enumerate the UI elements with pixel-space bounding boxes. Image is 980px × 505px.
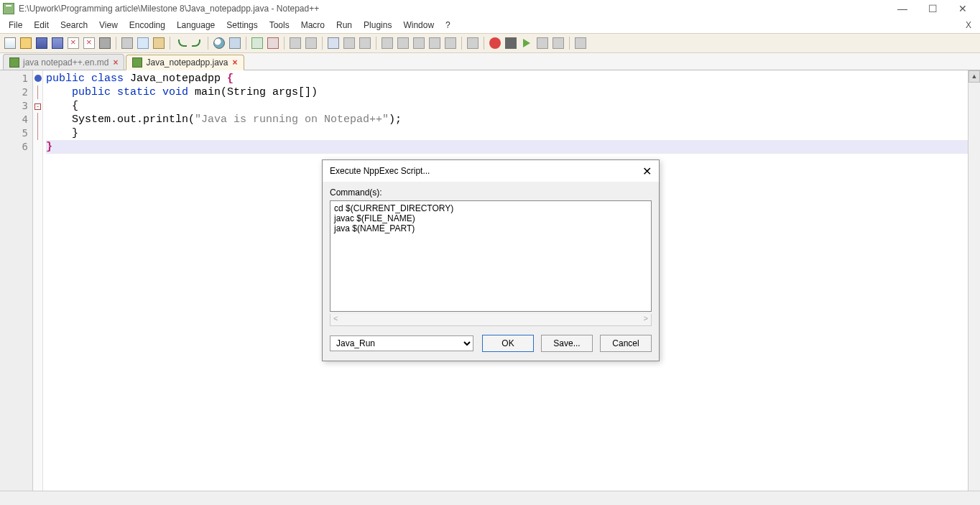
maximize-button[interactable]: ☐: [924, 3, 941, 14]
line-number: 6: [0, 140, 28, 154]
menu-search[interactable]: Search: [55, 18, 93, 32]
sync-v-button[interactable]: [288, 36, 302, 50]
menu-plugins[interactable]: Plugins: [358, 18, 397, 32]
replace-icon: [229, 37, 241, 49]
close-file-icon: [68, 37, 79, 49]
code-token: {: [46, 100, 78, 112]
ok-button[interactable]: OK: [482, 335, 534, 352]
code-token: Java_notepadpp: [124, 73, 227, 85]
toolbar-separator: [170, 37, 170, 50]
line-number: 2: [0, 85, 28, 99]
show-all-chars-button[interactable]: [342, 36, 356, 50]
menu-settings[interactable]: Settings: [221, 18, 263, 32]
copy-button[interactable]: [136, 36, 150, 50]
code-token: }: [46, 127, 78, 139]
tab-label: java notepad++.en.md: [23, 57, 108, 68]
tab-java-notepadpp-java[interactable]: Java_notepadpp.java ×: [126, 55, 244, 70]
doc-list-icon: [413, 37, 425, 49]
undo-button[interactable]: [174, 36, 188, 50]
extra-icon: [575, 37, 586, 49]
save-button[interactable]: Save...: [541, 335, 593, 352]
menu-language[interactable]: Language: [171, 18, 221, 32]
print-button[interactable]: [98, 36, 112, 50]
cancel-button[interactable]: Cancel: [600, 335, 652, 352]
menu-macro[interactable]: Macro: [295, 18, 330, 32]
menu-window[interactable]: Window: [397, 18, 440, 32]
save-all-button[interactable]: [50, 36, 65, 50]
menu-run[interactable]: Run: [330, 18, 358, 32]
macro-stop-button[interactable]: [504, 36, 518, 50]
textarea-h-scrollbar[interactable]: [330, 314, 652, 326]
commands-textarea[interactable]: cd $(CURRENT_DIRECTORY) javac $(FILE_NAM…: [330, 200, 652, 312]
tab-close-icon[interactable]: ×: [113, 57, 118, 68]
indent-guide-button[interactable]: [358, 36, 372, 50]
code-token: public: [46, 73, 85, 85]
vertical-scrollbar[interactable]: ▲: [968, 70, 980, 491]
replace-button[interactable]: [228, 36, 242, 50]
cut-button[interactable]: [120, 36, 134, 50]
word-wrap-icon: [328, 37, 339, 49]
func-list-button[interactable]: [427, 36, 442, 50]
script-name-select[interactable]: Java_Run: [330, 335, 473, 351]
close-all-button[interactable]: [82, 36, 96, 50]
menu-edit[interactable]: Edit: [28, 18, 55, 32]
dialog-buttons: OK Save... Cancel: [482, 335, 652, 352]
code-token: "Java is running on Notepad++": [195, 113, 389, 126]
menu-tools[interactable]: Tools: [264, 18, 295, 32]
paste-button[interactable]: [152, 36, 166, 50]
line-number: 3: [0, 99, 28, 113]
fold-line: [37, 113, 38, 126]
dialog-close-button[interactable]: ✕: [642, 165, 652, 178]
tab-close-icon[interactable]: ×: [233, 57, 238, 68]
doc-map-button[interactable]: [396, 36, 410, 50]
open-file-button[interactable]: [19, 36, 33, 50]
code-token: }: [46, 141, 52, 153]
macro-play-button[interactable]: [519, 36, 534, 50]
breakpoint-icon[interactable]: [34, 75, 42, 82]
nppexec-dialog: Execute NppExec Script... ✕ Command(s): …: [322, 159, 660, 361]
line-number: 4: [0, 113, 28, 126]
fold-line: [37, 126, 38, 140]
menu-close-doc[interactable]: X: [960, 18, 977, 32]
sync-h-button[interactable]: [304, 36, 318, 50]
line-number: 1: [0, 72, 28, 85]
close-window-button[interactable]: ✕: [954, 3, 971, 14]
open-folder-icon: [20, 37, 32, 49]
menu-help[interactable]: ?: [440, 18, 456, 32]
macro-play-multi-button[interactable]: [535, 36, 550, 50]
folder-workspace-button[interactable]: [443, 36, 458, 50]
toolbar-separator: [322, 37, 323, 50]
fold-collapse-icon[interactable]: -: [34, 103, 41, 110]
toolbar-separator: [569, 37, 570, 50]
redo-button[interactable]: [190, 36, 204, 50]
save-all-icon: [52, 37, 63, 49]
tab-java-notepad-md[interactable]: java notepad++.en.md ×: [3, 54, 124, 70]
find-button[interactable]: [212, 36, 226, 50]
code-token: );: [389, 113, 402, 126]
menu-file[interactable]: File: [3, 18, 28, 32]
zoom-in-button[interactable]: [250, 36, 264, 50]
doc-list-button[interactable]: [412, 36, 426, 50]
scroll-up-button[interactable]: ▲: [969, 70, 980, 83]
save-button[interactable]: [34, 36, 49, 50]
macro-record-button[interactable]: [488, 36, 502, 50]
menu-view[interactable]: View: [93, 18, 124, 32]
app-icon: [3, 3, 14, 14]
menu-encoding[interactable]: Encoding: [124, 18, 171, 32]
word-wrap-button[interactable]: [326, 36, 341, 50]
minimize-button[interactable]: —: [894, 3, 911, 14]
extra-button[interactable]: [573, 36, 588, 50]
tab-label: Java_notepadpp.java: [146, 57, 228, 68]
lang-button[interactable]: [380, 36, 394, 50]
macro-save-button[interactable]: [551, 36, 565, 50]
dialog-title: Execute NppExec Script...: [330, 166, 430, 176]
fold-line: [37, 85, 38, 99]
cut-icon: [121, 37, 133, 49]
zoom-out-button[interactable]: [266, 36, 280, 50]
new-file-button[interactable]: [3, 36, 17, 50]
monitor-button[interactable]: [466, 36, 480, 50]
close-file-button[interactable]: [66, 36, 80, 50]
new-file-icon: [4, 37, 16, 49]
window-controls: — ☐ ✕: [894, 3, 977, 14]
print-icon: [99, 37, 111, 49]
